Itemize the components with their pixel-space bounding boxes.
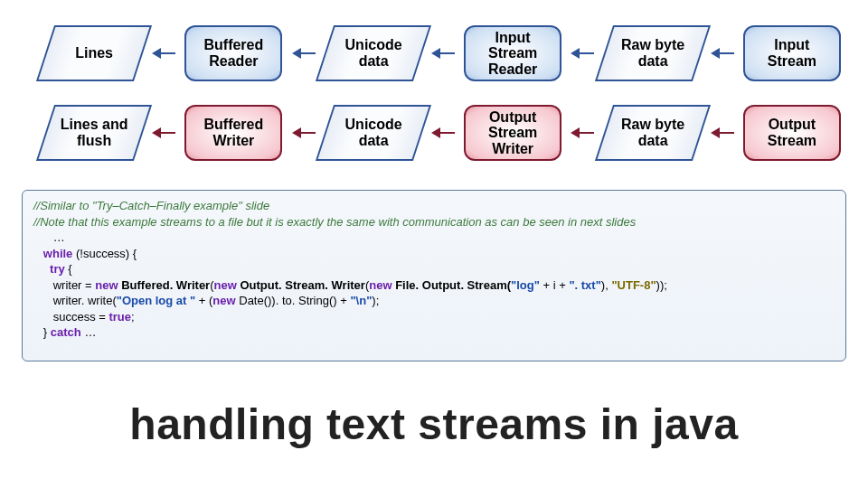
code-class-osw: Output. Stream. Writer (240, 278, 364, 292)
svg-marker-9 (711, 48, 720, 59)
node-label: Output Stream (749, 117, 835, 148)
node-lines: Lines (36, 25, 152, 81)
code-text: )); (656, 278, 667, 292)
code-keyword-true: true (108, 310, 131, 324)
code-keyword-catch: catch (51, 325, 81, 339)
code-string: "UTF-8" (611, 278, 656, 292)
arrow-icon (571, 105, 594, 161)
code-keyword-new: new (95, 278, 118, 292)
node-label: Output Stream Writer (469, 109, 556, 157)
svg-marker-11 (152, 127, 161, 138)
flow-row-output: Lines and flush Buffered Writer Unicode … (45, 101, 841, 164)
node-label: Buffered Writer (190, 117, 277, 148)
code-keyword-while: while (43, 247, 73, 260)
arrow-icon (431, 25, 455, 81)
arrow-icon (292, 25, 316, 81)
code-string: "log" (511, 278, 540, 292)
svg-marker-13 (292, 127, 301, 138)
svg-marker-5 (431, 48, 440, 59)
code-class-bw: Buffered. Writer (121, 278, 210, 292)
node-label: Buffered Reader (190, 37, 277, 69)
node-label: Lines and flush (51, 117, 137, 148)
code-text: (!success) { (72, 247, 137, 260)
arrow-icon (431, 105, 455, 161)
flows-area: Lines Buffered Reader Unicode data Input… (45, 22, 841, 181)
node-input-stream-reader: Input Stream Reader (464, 25, 561, 81)
arrow-icon (152, 105, 175, 161)
node-input-stream: Input Stream (743, 25, 841, 81)
node-unicode-data-in: Unicode data (316, 25, 431, 81)
code-comment: //Similar to "Try–Catch–Finally example"… (33, 199, 269, 212)
node-buffered-writer: Buffered Writer (184, 105, 282, 161)
page-title: handling text streams in java (0, 399, 868, 449)
code-text: { (65, 262, 72, 276)
node-label: Raw byte data (609, 37, 696, 69)
svg-marker-19 (711, 127, 720, 138)
code-string: "\n" (350, 294, 372, 307)
node-raw-byte-data-out: Raw byte data (594, 105, 710, 161)
code-text: ; (131, 310, 135, 324)
svg-marker-7 (571, 48, 580, 59)
code-keyword-new: new (214, 278, 237, 292)
arrow-icon (152, 25, 175, 81)
arrow-icon (292, 105, 316, 161)
flow-row-input: Lines Buffered Reader Unicode data Input… (45, 22, 841, 85)
node-label: Unicode data (330, 117, 417, 148)
node-label: Unicode data (330, 37, 417, 69)
code-text: ), (601, 278, 612, 292)
node-output-stream-writer: Output Stream Writer (464, 105, 561, 161)
node-label: Lines (51, 45, 137, 61)
code-keyword-new: new (212, 294, 235, 307)
code-text: } (33, 325, 51, 339)
node-output-stream: Output Stream (743, 105, 841, 161)
code-class-fos: File. Output. Stream( (395, 278, 511, 292)
node-buffered-reader: Buffered Reader (184, 25, 282, 81)
svg-marker-17 (571, 127, 580, 138)
code-panel: //Similar to "Try–Catch–Finally example"… (22, 190, 846, 361)
code-keyword-try: try (50, 262, 65, 276)
code-string: "Open log at " (117, 294, 195, 307)
arrow-icon (571, 25, 594, 81)
node-raw-byte-data-in: Raw byte data (594, 25, 710, 81)
code-text: + ( (195, 294, 212, 307)
arrow-icon (711, 25, 734, 81)
code-string: ". txt" (569, 278, 600, 292)
code-ellipsis: … (53, 230, 65, 244)
code-keyword-new: new (369, 278, 392, 292)
code-text: Date()). to. String() + (236, 294, 351, 307)
node-label: Input Stream Reader (469, 30, 556, 78)
code-comment: //Note that this example streams to a fi… (33, 215, 636, 229)
node-label: Input Stream (749, 37, 835, 69)
svg-marker-1 (152, 48, 161, 59)
code-text: writer. write( (33, 294, 117, 307)
code-text: ); (372, 294, 379, 307)
node-label: Raw byte data (609, 117, 696, 148)
arrow-icon (711, 105, 734, 161)
node-lines-flush: Lines and flush (36, 105, 152, 161)
svg-marker-3 (292, 48, 301, 59)
code-text: success = (33, 310, 108, 324)
node-unicode-data-out: Unicode data (316, 105, 431, 161)
code-text: writer = (33, 278, 95, 292)
code-text: + i + (540, 278, 570, 292)
code-ellipsis: … (81, 325, 97, 339)
svg-marker-15 (431, 127, 440, 138)
